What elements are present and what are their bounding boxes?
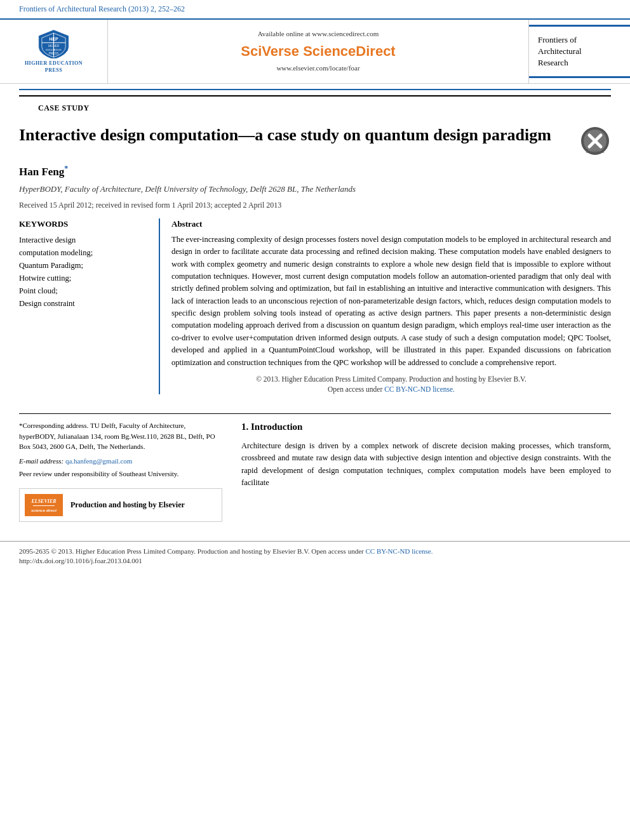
elsevier-logo-icon: ELSEVIER science direct [28, 495, 60, 515]
keywords-title: KEYWORDS [19, 218, 137, 230]
email-note: E-mail address: qa.hanfeng@gmail.com [19, 456, 222, 467]
footer-section: *Corresponding address. TU Delft, Facult… [19, 413, 611, 522]
bottom-doi: http://dx.doi.org/10.1016/j.foar.2013.04… [19, 557, 142, 564]
available-online-text: Available online at www.sciencedirect.co… [258, 29, 379, 39]
citation-link[interactable]: Frontiers of Architectural Research (201… [19, 4, 185, 13]
sciverse-label: SciVerse ScienceDirect [241, 42, 395, 62]
sciverse-sci: SciVerse [241, 43, 303, 59]
section-divider [19, 89, 611, 90]
introduction-title: 1. Introduction [241, 420, 611, 434]
elsevier-logo: ELSEVIER science direct [25, 494, 63, 516]
svg-rect-11 [33, 505, 55, 506]
bottom-bar: 2095-2635 © 2013. Higher Education Press… [0, 541, 630, 571]
journal-title-box: Frontiers ofArchitecturalResearch [529, 25, 630, 79]
bottom-license-link[interactable]: CC BY-NC-ND license. [365, 547, 432, 555]
keyword-2: computation modeling; [19, 246, 137, 259]
main-content: Interactive design computation—a case st… [0, 125, 630, 521]
sciverse-center: Available online at www.sciencedirect.co… [108, 20, 528, 84]
email-link[interactable]: qa.hanfeng@gmail.com [65, 457, 132, 465]
affiliation: HyperBODY, Faculty of Architecture, Delf… [19, 183, 611, 195]
abstract-license: Open access under CC BY-NC-ND license. [171, 384, 611, 394]
article-title: Interactive design computation—a case st… [19, 125, 566, 146]
elsevier-logo-row: ELSEVIER science direct Production and h… [19, 488, 222, 522]
abstract-copyright: © 2013. Higher Education Press Limited C… [171, 374, 611, 384]
author-sup: * [64, 164, 68, 173]
corresponding-note: *Corresponding address. TU Delft, Facult… [19, 420, 222, 452]
hep-logo: HEP HIGHER EDUCATION PRESS HIGHER EDUCAT… [19, 29, 89, 74]
elsevier-hosting-text: Production and hosting by Elsevier [70, 500, 185, 510]
keyword-4: Hotwire cutting; [19, 272, 137, 284]
citation-bar: Frontiers of Architectural Research (201… [0, 0, 630, 18]
introduction-text: Architecture design is driven by a compl… [241, 440, 611, 490]
keywords-list: Interactive design computation modeling;… [19, 234, 137, 310]
publisher-name: HIGHER EDUCATION PRESS [19, 60, 89, 74]
keywords-column: KEYWORDS Interactive design computation … [19, 218, 146, 395]
article-title-row: Interactive design computation—a case st… [19, 125, 611, 157]
elsevier-url: www.elsevier.com/locate/foar [276, 63, 359, 73]
svg-text:ELSEVIER: ELSEVIER [30, 498, 57, 504]
abstract-column: Abstract The ever-increasing complexity … [159, 218, 611, 395]
keyword-5: Point cloud; [19, 284, 137, 297]
crossmark-icon: CrossMark [580, 126, 610, 156]
svg-text:HEP: HEP [49, 37, 58, 41]
keywords-abstract-section: KEYWORDS Interactive design computation … [19, 218, 611, 395]
keyword-6: Design constraint [19, 297, 137, 310]
crossmark-badge: CrossMark [579, 125, 611, 157]
svg-text:PRESS: PRESS [49, 52, 58, 55]
received-dates: Received 15 April 2012; received in revi… [19, 200, 611, 211]
journal-title-area: Frontiers ofArchitecturalResearch [528, 20, 630, 84]
bottom-issn: 2095-2635 © 2013. Higher Education Press… [19, 547, 364, 555]
abstract-title: Abstract [171, 218, 611, 230]
svg-text:HIGHER: HIGHER [48, 44, 60, 48]
abstract-text: The ever-increasing complexity of design… [171, 234, 611, 369]
peer-review-note: Peer review under responsibility of Sout… [19, 469, 222, 479]
shield-icon: HEP HIGHER EDUCATION PRESS [30, 29, 77, 58]
header: HEP HIGHER EDUCATION PRESS HIGHER EDUCAT… [0, 18, 630, 84]
email-label: E-mail address: [19, 457, 64, 465]
license-link[interactable]: CC BY-NC-ND license. [384, 385, 455, 393]
footer-left: *Corresponding address. TU Delft, Facult… [19, 420, 222, 522]
section-type-label: CASE STUDY [19, 95, 611, 116]
journal-title: Frontiers ofArchitecturalResearch [538, 34, 621, 69]
sciverse-sciencedirect: ScienceDirect [303, 43, 396, 59]
keyword-1: Interactive design [19, 234, 137, 246]
author-name: Han Feng* [19, 163, 611, 179]
footer-right: 1. Introduction Architecture design is d… [241, 420, 611, 522]
keyword-3: Quantum Paradigm; [19, 259, 137, 272]
svg-text:science direct: science direct [31, 509, 57, 512]
publisher-logo: HEP HIGHER EDUCATION PRESS HIGHER EDUCAT… [0, 20, 108, 84]
svg-text:CrossMark: CrossMark [586, 150, 605, 154]
page: Frontiers of Architectural Research (201… [0, 0, 630, 840]
svg-text:EDUCATION: EDUCATION [46, 48, 61, 51]
